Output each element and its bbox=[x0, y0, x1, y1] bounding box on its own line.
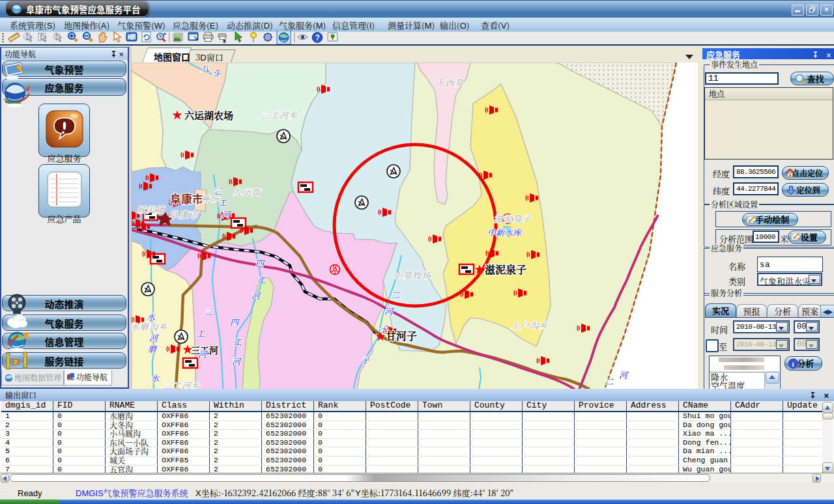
svg-text:水: 水 bbox=[151, 372, 160, 384]
svg-text:水: 水 bbox=[147, 311, 156, 323]
svg-text:滋泥泉子: 滋泥泉子 bbox=[494, 212, 532, 225]
svg-text:二: 二 bbox=[605, 375, 614, 387]
svg-text:工: 工 bbox=[218, 196, 227, 208]
svg-text:工: 工 bbox=[257, 273, 266, 286]
svg-text:河: 河 bbox=[384, 305, 394, 317]
svg-text:城关镇: 城关镇 bbox=[137, 203, 165, 216]
svg-text:小泉牧场: 小泉牧场 bbox=[394, 269, 431, 281]
svg-text:河: 河 bbox=[619, 369, 629, 381]
svg-text:滋泥泉子: 滋泥泉子 bbox=[485, 262, 526, 277]
svg-text:阜康市: 阜康市 bbox=[169, 208, 199, 221]
svg-text:四: 四 bbox=[255, 257, 265, 269]
svg-text:i: i bbox=[792, 360, 794, 368]
svg-text:河: 河 bbox=[252, 289, 261, 301]
svg-text:工: 工 bbox=[233, 335, 242, 348]
svg-text:八: 八 bbox=[201, 63, 209, 74]
svg-text:中新水库: 中新水库 bbox=[487, 226, 523, 238]
svg-text:三工河乡: 三工河乡 bbox=[163, 379, 201, 389]
svg-text:?: ? bbox=[158, 34, 162, 40]
svg-text:子: 子 bbox=[379, 322, 388, 335]
svg-text:磨: 磨 bbox=[148, 343, 158, 355]
svg-text:阜康市: 阜康市 bbox=[170, 190, 203, 206]
svg-text:六运湖农场: 六运湖农场 bbox=[184, 108, 233, 122]
svg-text:四: 四 bbox=[230, 316, 240, 328]
svg-text:?: ? bbox=[315, 33, 320, 42]
svg-text:二: 二 bbox=[391, 288, 400, 301]
svg-text:上户沟乡: 上户沟乡 bbox=[511, 319, 549, 331]
svg-text:河: 河 bbox=[198, 348, 208, 360]
svg-text:三: 三 bbox=[204, 305, 214, 318]
svg-text:河: 河 bbox=[232, 355, 242, 367]
svg-text:下西泉: 下西泉 bbox=[436, 76, 465, 89]
svg-text:子: 子 bbox=[361, 354, 370, 366]
svg-text:甘河子: 甘河子 bbox=[386, 328, 417, 343]
svg-text:斗: 斗 bbox=[212, 66, 221, 79]
svg-text:三工河乡: 三工河乡 bbox=[261, 109, 298, 121]
svg-text:工: 工 bbox=[196, 327, 205, 339]
svg-text:九运街: 九运街 bbox=[233, 186, 262, 198]
svg-text:河: 河 bbox=[222, 208, 231, 220]
